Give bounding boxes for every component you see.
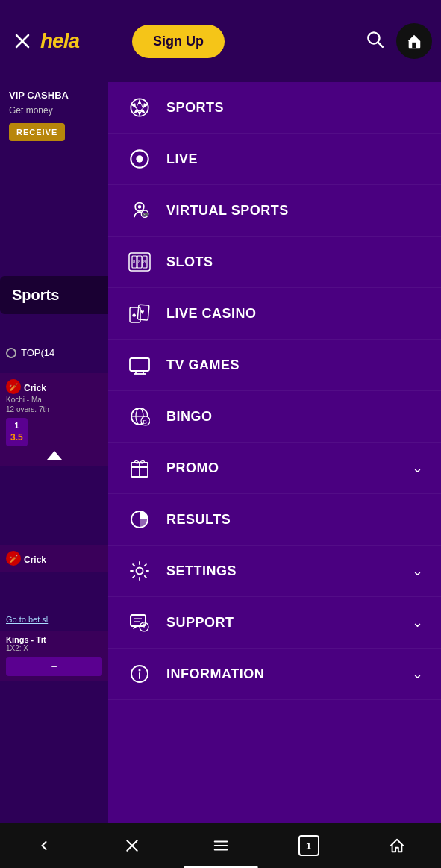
match1-info: 12 overs. 7th — [6, 405, 102, 413]
header-icons — [365, 23, 432, 59]
match1-flag: 🏏 Crick — [6, 379, 102, 394]
header: hela Sign Up — [0, 0, 441, 82]
bottom-nav: 1 — [0, 823, 441, 868]
nav-tab-button[interactable]: 1 — [265, 835, 353, 856]
sports-tab[interactable]: Sports — [0, 276, 108, 314]
svg-point-15 — [136, 155, 143, 162]
menu-virtual-sports-label: VIRTUAL SPORTS — [166, 203, 423, 219]
menu-live-casino-label: LIVE CASINO — [166, 306, 423, 322]
menu-slots-label: SLOTS — [166, 255, 423, 270]
svg-text:8: 8 — [133, 260, 136, 264]
slots-icon: 8 8 8 — [126, 249, 153, 275]
svg-point-52 — [139, 669, 141, 672]
vip-subtitle: Get money — [9, 105, 99, 116]
menu-item-support[interactable]: SUPPORT ⌄ — [108, 597, 441, 649]
menu-item-live-casino[interactable]: ♠ ♥ LIVE CASINO — [108, 288, 441, 340]
match1-odds[interactable]: 1 3.5 — [6, 418, 28, 446]
kings-market: 1X2: X — [6, 644, 102, 652]
gear-icon — [126, 558, 153, 584]
menu-information-label: INFORMATION — [166, 666, 412, 682]
menu-item-virtual-sports[interactable]: 🎮 VIRTUAL SPORTS — [108, 185, 441, 237]
nav-home-button[interactable] — [353, 837, 441, 854]
svg-text:B: B — [143, 419, 147, 425]
menu-item-results[interactable]: RESULTS — [108, 494, 441, 546]
soccer-ball-icon — [126, 94, 153, 121]
kings-minus-button[interactable]: – — [6, 657, 102, 676]
menu-settings-label: SETTINGS — [166, 563, 412, 579]
match2-flag: 🏏 Crick — [6, 551, 102, 566]
header-right: Sign Up — [117, 23, 432, 59]
svg-text:♥: ♥ — [140, 308, 144, 316]
svg-text:♠: ♠ — [132, 310, 137, 319]
signup-button[interactable]: Sign Up — [132, 25, 225, 58]
menu-item-tv-games[interactable]: TV GAMES — [108, 340, 441, 391]
menu-results-label: RESULTS — [166, 512, 423, 528]
match-card-2[interactable]: 🏏 Crick — [0, 545, 108, 572]
nav-close-button[interactable] — [88, 838, 176, 853]
tab-count: 1 — [298, 835, 319, 856]
match1-location: Kochi - Ma — [6, 396, 102, 404]
match2-name: Crick — [24, 555, 46, 565]
match1-name: Crick — [24, 383, 46, 393]
logo: hela — [40, 29, 79, 53]
nav-back-button[interactable] — [0, 838, 88, 853]
menu-live-label: LIVE — [166, 152, 423, 167]
bingo-globe-icon: B — [126, 403, 153, 430]
menu-tv-games-label: TV GAMES — [166, 357, 423, 373]
information-chevron-icon: ⌄ — [412, 666, 423, 682]
home-icon[interactable] — [396, 23, 432, 59]
promo-chevron-icon: ⌄ — [412, 460, 423, 476]
svg-rect-31 — [130, 358, 149, 371]
chat-icon — [126, 609, 153, 636]
kings-team: Kings - Tit — [6, 635, 102, 644]
svg-marker-7 — [138, 99, 142, 104]
svg-line-3 — [378, 43, 383, 47]
kings-match[interactable]: Kings - Tit 1X2: X – — [0, 631, 108, 681]
cards-icon: ♠ ♥ — [126, 300, 153, 327]
menu-item-bingo[interactable]: B BINGO — [108, 391, 441, 443]
svg-text:🎮: 🎮 — [142, 211, 148, 218]
menu-support-label: SUPPORT — [166, 615, 412, 631]
header-left: hela — [9, 28, 117, 54]
svg-text:8: 8 — [138, 260, 141, 264]
svg-marker-5 — [47, 451, 62, 460]
nav-menu-button[interactable] — [176, 837, 264, 854]
vip-title: VIP CASHBA — [9, 90, 99, 102]
menu-item-information[interactable]: INFORMATION ⌄ — [108, 649, 441, 700]
search-icon[interactable] — [365, 29, 384, 53]
live-circle-icon — [126, 146, 153, 172]
menu-item-promo[interactable]: PROMO ⌄ — [108, 443, 441, 494]
svg-text:8: 8 — [143, 260, 146, 264]
menu-item-live[interactable]: LIVE — [108, 134, 441, 185]
receive-button[interactable]: RECEIVE — [9, 123, 65, 141]
top-dot-icon — [6, 348, 16, 358]
menu-item-settings[interactable]: SETTINGS ⌄ — [108, 546, 441, 597]
match1-flag-icon: 🏏 — [6, 379, 21, 394]
match2-flag-icon: 🏏 — [6, 551, 21, 566]
svg-point-44 — [137, 568, 143, 575]
svg-point-17 — [138, 205, 142, 209]
match1-odds-num: 1 — [10, 421, 23, 430]
menu-panel: SPORTS LIVE 🎮 VIRTUAL SPORTS — [108, 82, 441, 823]
match-card-1[interactable]: 🏏 Crick Kochi - Ma 12 overs. 7th 1 3.5 — [0, 373, 108, 466]
tv-icon — [126, 352, 153, 378]
info-icon — [126, 661, 153, 687]
menu-item-slots[interactable]: 8 8 8 SLOTS — [108, 237, 441, 288]
top-badge: TOP(14 — [6, 347, 102, 358]
gift-icon — [126, 455, 153, 481]
virtual-sports-icon: 🎮 — [126, 197, 153, 224]
close-menu-button[interactable] — [9, 28, 36, 54]
support-chevron-icon: ⌄ — [412, 614, 423, 631]
pie-chart-icon — [126, 506, 153, 533]
kings-btn-label: – — [51, 661, 57, 672]
top-label: TOP(14 — [21, 347, 54, 358]
menu-item-sports[interactable]: SPORTS — [108, 82, 441, 134]
match1-odds-val: 3.5 — [10, 432, 23, 443]
go-bet-link[interactable]: Go to bet sl — [0, 612, 108, 627]
menu-promo-label: PROMO — [166, 460, 412, 476]
menu-bingo-label: BINGO — [166, 409, 423, 425]
settings-chevron-icon: ⌄ — [412, 563, 423, 579]
vip-area: VIP CASHBA Get money RECEIVE — [0, 82, 108, 149]
sports-tab-area: Sports — [0, 276, 108, 314]
menu-sports-label: SPORTS — [166, 100, 423, 116]
